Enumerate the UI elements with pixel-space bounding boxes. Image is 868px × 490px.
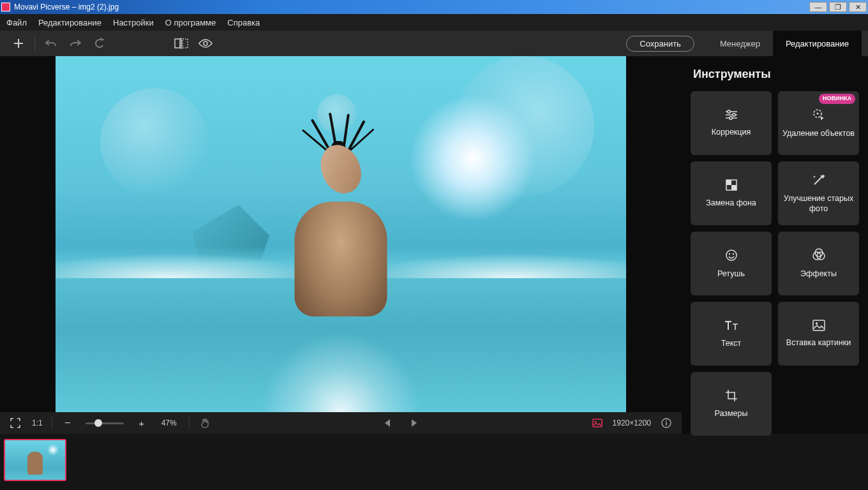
pan-button[interactable] [196, 414, 214, 432]
image-preview [56, 56, 626, 412]
sliders-icon [724, 109, 738, 121]
venn-icon [812, 248, 826, 262]
tool-label: Вставка картинки [786, 338, 851, 348]
svg-rect-4 [593, 419, 602, 427]
preview-button[interactable] [193, 31, 218, 56]
svg-rect-8 [666, 422, 667, 426]
decor [295, 202, 387, 316]
separator [52, 417, 52, 429]
image-dimensions: 1920×1200 [613, 419, 651, 427]
minimize-button[interactable]: — [809, 2, 827, 12]
zoom-slider[interactable] [86, 422, 124, 424]
tool-resize[interactable]: Размеры [691, 372, 772, 436]
zoom-in-button[interactable]: + [133, 414, 151, 432]
expand-icon [10, 418, 20, 428]
save-button[interactable]: Сохранить [626, 36, 694, 52]
svg-rect-1 [183, 39, 188, 48]
bg-swap-icon [725, 179, 738, 191]
minus-icon: − [64, 417, 70, 429]
svg-point-19 [732, 253, 733, 255]
canvas-viewport[interactable] [0, 56, 682, 412]
titlebar: Movavi Picverse – img2 (2).jpg — ❐ ✕ [0, 0, 868, 14]
tool-insert-image[interactable]: Вставка картинки [778, 302, 859, 366]
tool-label: Эффекты [800, 269, 837, 279]
info-icon [661, 418, 671, 428]
tool-label: Ретушь [717, 269, 745, 279]
tool-grid: Коррекция НОВИНКА Удаление объектов Заме… [691, 91, 859, 436]
image-indicator[interactable] [588, 414, 606, 432]
redo-icon [69, 38, 82, 48]
tool-label: Текст [721, 338, 741, 348]
svg-point-17 [726, 250, 737, 260]
thumbnail-strip [0, 434, 868, 490]
svg-point-3 [204, 41, 207, 45]
tool-label: Замена фона [706, 198, 756, 208]
tool-remove-objects[interactable]: НОВИНКА Удаление объектов [778, 91, 859, 155]
tool-label: Размеры [715, 408, 748, 419]
decor [277, 112, 405, 316]
target-cursor-icon [812, 108, 826, 122]
menu-help[interactable]: Справка [227, 18, 260, 27]
add-button[interactable] [6, 31, 31, 56]
fit-screen-button[interactable] [6, 414, 24, 432]
menu-about[interactable]: О программе [165, 18, 216, 27]
tool-effects[interactable]: Эффекты [778, 232, 859, 295]
canvas-area: 1:1 − + 47% 1920×1200 [0, 56, 682, 434]
next-image-button[interactable] [405, 414, 423, 432]
undo-icon [45, 38, 57, 48]
image-icon [812, 320, 825, 331]
prev-image-button[interactable] [378, 414, 396, 432]
magic-wand-icon [812, 173, 826, 187]
menu-edit[interactable]: Редактирование [38, 18, 101, 27]
separator [189, 417, 190, 429]
svg-point-9 [727, 110, 730, 113]
revert-button[interactable] [87, 31, 112, 56]
plus-icon: + [138, 418, 144, 429]
thumbnail-selected[interactable] [4, 439, 66, 481]
zoom-thumb[interactable] [94, 419, 102, 427]
svg-point-18 [728, 253, 730, 255]
tool-enhance-old[interactable]: Улучшение старых фото [778, 161, 859, 225]
zoom-out-button[interactable]: − [59, 414, 77, 432]
svg-point-13 [816, 112, 818, 114]
compare-button[interactable] [169, 31, 193, 56]
menubar: Файл Редактирование Настройки О программ… [0, 14, 868, 31]
close-button[interactable]: ✕ [849, 2, 867, 12]
plus-icon [13, 38, 24, 49]
menu-file[interactable]: Файл [6, 18, 27, 27]
crop-icon [725, 389, 738, 402]
svg-point-11 [729, 117, 731, 119]
menu-settings[interactable]: Настройки [113, 18, 154, 27]
tool-bg-replace[interactable]: Замена фона [691, 161, 772, 225]
maximize-button[interactable]: ❐ [829, 2, 847, 12]
svg-point-5 [594, 421, 596, 423]
tab-manager[interactable]: Менеджер [707, 31, 773, 56]
svg-point-7 [666, 420, 667, 422]
svg-rect-23 [813, 320, 825, 330]
tool-text[interactable]: Текст [691, 302, 772, 366]
picture-icon [592, 419, 602, 427]
toolbar: Сохранить Менеджер Редактирование [0, 31, 868, 56]
decor [100, 88, 209, 197]
smile-icon [724, 248, 738, 262]
window-title: Movavi Picverse – img2 (2).jpg [14, 3, 807, 11]
undo-button[interactable] [39, 31, 63, 56]
tools-sidebar: Инструменты Коррекция НОВИНКА Удаление о… [682, 56, 868, 434]
redo-button[interactable] [63, 31, 87, 56]
svg-rect-0 [175, 39, 180, 48]
nav-controls [219, 414, 583, 432]
triangle-left-icon [384, 419, 391, 427]
tool-label: Удаление объектов [782, 128, 855, 138]
tool-retouch[interactable]: Ретушь [691, 232, 772, 295]
tool-label: Коррекция [712, 127, 751, 137]
svg-point-10 [732, 114, 735, 116]
actual-size-button[interactable]: 1:1 [29, 414, 45, 432]
svg-rect-16 [731, 185, 737, 190]
zoom-value: 47% [156, 419, 183, 427]
info-button[interactable] [657, 414, 675, 432]
tab-editor[interactable]: Редактирование [773, 31, 862, 56]
svg-point-24 [815, 322, 817, 324]
tool-label: Улучшение старых фото [782, 193, 855, 214]
text-icon [724, 319, 739, 332]
tool-correction[interactable]: Коррекция [691, 91, 772, 155]
